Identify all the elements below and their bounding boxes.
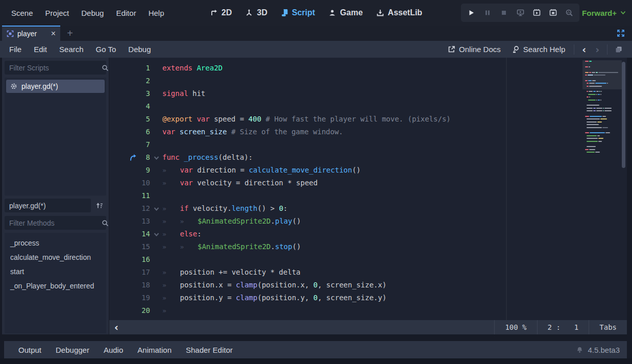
code-line-20[interactable]: 20»: [109, 304, 581, 317]
code-line-5[interactable]: 5@export var speed = 400 # How fast the …: [109, 113, 581, 126]
history-back-button[interactable]: ‹: [577, 44, 591, 55]
bell-icon[interactable]: [576, 346, 584, 354]
play-scene-button[interactable]: [530, 6, 543, 19]
filter-methods-box[interactable]: [5, 216, 106, 230]
code-line-9[interactable]: 9»var direction = calculate_move_directi…: [109, 164, 581, 177]
code-line-3[interactable]: 3signal hit: [109, 87, 581, 100]
code-token: calculate_move_direction: [249, 164, 352, 177]
menu-file[interactable]: File: [3, 45, 28, 54]
minimap-segment: [587, 96, 589, 98]
play-button[interactable]: [465, 6, 477, 19]
menu-edit[interactable]: Edit: [28, 45, 53, 54]
tab-marker: »: [162, 292, 180, 304]
code-line-12[interactable]: 12»if velocity.length() > 0:: [109, 202, 581, 215]
menu-editor[interactable]: Editor: [110, 9, 142, 17]
workspace-3d-button[interactable]: 3D: [239, 0, 273, 26]
workspace-script-button[interactable]: Script: [275, 0, 321, 26]
menu-scene[interactable]: Scene: [5, 9, 39, 17]
panel-shader-editor-button[interactable]: Shader Editor: [179, 346, 240, 354]
minimap-segment: [585, 80, 588, 81]
sort-methods-icon[interactable]: [93, 199, 106, 212]
minimap-segment: [596, 94, 597, 95]
code-text: »position += velocity * delta: [162, 266, 301, 279]
tab-close-icon[interactable]: ×: [51, 30, 56, 38]
minimap-segment: [589, 83, 595, 84]
menu-debug-script[interactable]: Debug: [122, 45, 157, 54]
filter-scripts-input[interactable]: [9, 64, 102, 72]
tab-player[interactable]: player ×: [2, 26, 60, 41]
play-custom-scene-button[interactable]: [547, 6, 559, 19]
minimap-segment: [590, 116, 602, 117]
method-item[interactable]: _on_Player_body_entered: [5, 279, 106, 293]
history-forward-button[interactable]: ›: [591, 44, 604, 55]
fold-arrow-icon[interactable]: [153, 155, 160, 161]
renderer-selector[interactable]: Forward+: [582, 0, 626, 26]
online-docs-button[interactable]: Online Docs: [442, 45, 506, 54]
indent-type-indicator[interactable]: Tabs: [589, 320, 627, 334]
code-editor: 1extends Area2D23signal hit45@export var…: [109, 58, 627, 334]
code-line-13[interactable]: 13»»$AnimatedSprite2D.play(): [109, 215, 581, 228]
code-token: .: [271, 240, 275, 253]
code-line-18[interactable]: 18»position.x = clamp(position.x, 0, scr…: [109, 279, 581, 292]
stop-button[interactable]: [498, 6, 510, 19]
collapse-sidebar-icon[interactable]: ‹: [114, 322, 118, 333]
code-line-8[interactable]: 8func _process(delta):: [109, 151, 581, 164]
workspace-2d-button[interactable]: 2D: [204, 0, 237, 26]
zoom-indicator[interactable]: 100 %: [494, 320, 537, 334]
code-line-2[interactable]: 2: [109, 75, 581, 87]
movie-maker-mode-button[interactable]: [563, 6, 575, 19]
minimap-segment: [587, 124, 599, 125]
method-item[interactable]: _process: [5, 236, 106, 250]
menu-debug[interactable]: Debug: [75, 9, 110, 17]
code-line-11[interactable]: 11: [109, 189, 581, 202]
code-line-6[interactable]: 6var screen_size # Size of the game wind…: [109, 126, 581, 138]
panel-debugger-button[interactable]: Debugger: [48, 346, 96, 354]
code-line-19[interactable]: 19»position.y = clamp(position.y, 0, scr…: [109, 292, 581, 304]
vertical-scrollbar[interactable]: [622, 62, 625, 168]
minimap[interactable]: [582, 58, 622, 306]
pause-button[interactable]: [481, 6, 494, 19]
code-line-1[interactable]: 1extends Area2D: [109, 62, 581, 75]
code-line-16[interactable]: 16: [109, 253, 581, 266]
workspace-game-button[interactable]: Game: [323, 0, 368, 26]
fold-arrow-icon[interactable]: [153, 231, 160, 238]
code-area[interactable]: 1extends Area2D23signal hit45@export var…: [109, 58, 627, 320]
version-label: 4.5.beta3: [588, 346, 620, 354]
code-line-15[interactable]: 15»»$AnimatedSprite2D.stop(): [109, 240, 581, 253]
code-line-7[interactable]: 7: [109, 138, 581, 151]
panel-output-button[interactable]: Output: [11, 346, 48, 354]
method-item[interactable]: calculate_move_direction: [5, 250, 106, 264]
code-line-17[interactable]: 17»position += velocity * delta: [109, 266, 581, 279]
script-item-player[interactable]: player.gd(*): [6, 80, 105, 93]
search-help-button[interactable]: Search Help: [506, 45, 571, 54]
tab-marker: »: [162, 202, 180, 215]
distraction-free-icon[interactable]: [616, 29, 625, 38]
method-item[interactable]: start: [5, 264, 106, 279]
scripts-panel-toggle-icon[interactable]: [611, 45, 627, 54]
script-tab-bar: player × +: [0, 26, 632, 41]
menu-help[interactable]: Help: [142, 9, 171, 17]
minimap-row: [585, 72, 618, 73]
code-line-14[interactable]: 14»else:: [109, 228, 581, 240]
code-line-10[interactable]: 10»var velocity = direction * speed: [109, 177, 581, 189]
filter-methods-input[interactable]: [9, 219, 102, 227]
menu-project[interactable]: Project: [39, 9, 76, 17]
2d-icon: [210, 9, 218, 17]
filter-scripts-box[interactable]: [5, 61, 106, 75]
minimap-row: [587, 152, 600, 153]
panel-animation-button[interactable]: Animation: [130, 346, 179, 354]
minimap-segment: [587, 91, 588, 92]
fold-arrow-icon[interactable]: [153, 206, 160, 212]
new-tab-button[interactable]: +: [63, 26, 77, 41]
minimap-segment: [597, 135, 600, 136]
game-icon: [328, 9, 336, 17]
line-number: 4: [121, 100, 150, 113]
code-token: length: [232, 202, 258, 215]
minimap-segment: [587, 135, 597, 136]
workspace-assetlib-button[interactable]: AssetLib: [371, 0, 428, 26]
code-line-4[interactable]: 4: [109, 100, 581, 113]
menu-goto[interactable]: Go To: [90, 45, 123, 54]
menu-search[interactable]: Search: [53, 45, 90, 54]
panel-audio-button[interactable]: Audio: [96, 346, 130, 354]
remote-debug-button[interactable]: [514, 6, 526, 19]
